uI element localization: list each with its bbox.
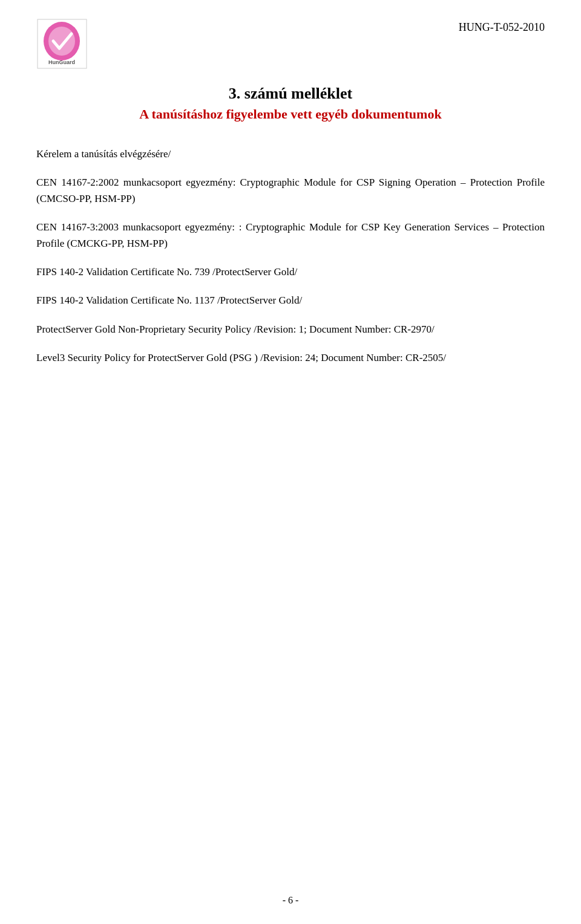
paragraph-2: CEN 14167-3:2003 munkacsoport egyezmény:…	[36, 219, 545, 252]
paragraph-3: FIPS 140-2 Validation Certificate No. 73…	[36, 264, 545, 280]
title-sub: A tanúsításhoz figyelembe vett egyéb dok…	[36, 106, 545, 122]
paragraph-5: ProtectServer Gold Non-Proprietary Secur…	[36, 321, 545, 337]
page-number: - 6 -	[283, 895, 299, 905]
page: HunGuard HUNG-T-052-2010 3. számú mellék…	[0, 0, 581, 924]
document-number: HUNG-T-052-2010	[459, 21, 545, 34]
svg-text:HunGuard: HunGuard	[48, 59, 75, 65]
logo-container: HunGuard	[36, 18, 91, 73]
paragraph-4: FIPS 140-2 Validation Certificate No. 11…	[36, 292, 545, 308]
kerelem-line: Kérelem a tanúsítás elvégzésére/	[36, 146, 545, 162]
title-main: 3. számú melléklet	[36, 85, 545, 103]
header: HunGuard HUNG-T-052-2010	[36, 18, 545, 73]
title-section: 3. számú melléklet A tanúsításhoz figyel…	[36, 85, 545, 122]
paragraph-6: Level3 Security Policy for ProtectServer…	[36, 350, 545, 366]
footer: - 6 -	[0, 895, 581, 906]
hunguard-logo-icon: HunGuard	[36, 18, 88, 70]
paragraph-1: CEN 14167-2:2002 munkacsoport egyezmény:…	[36, 174, 545, 207]
content-section: Kérelem a tanúsítás elvégzésére/ CEN 141…	[36, 146, 545, 366]
